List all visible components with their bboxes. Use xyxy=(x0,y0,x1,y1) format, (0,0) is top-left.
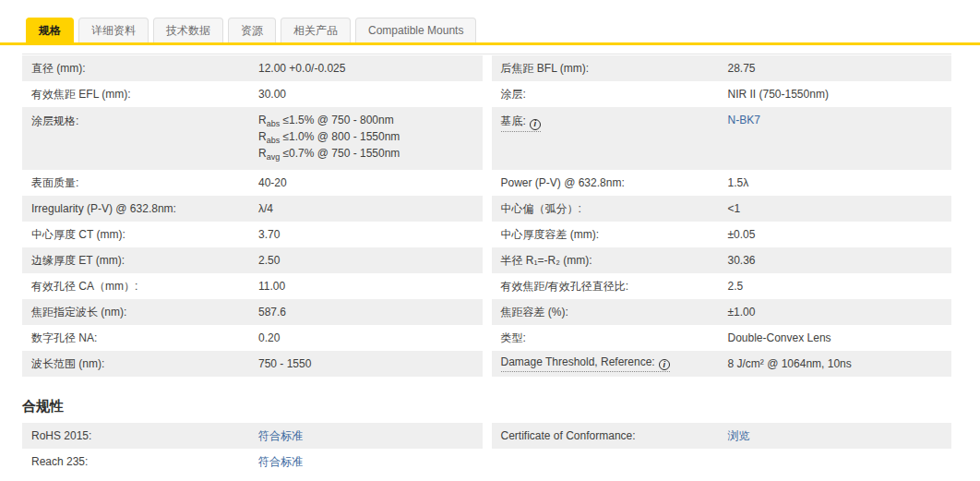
spec-label: 有效焦距 EFL (mm): xyxy=(22,87,258,102)
spec-label: 基底: xyxy=(492,114,728,132)
spec-cell-wavelength-range: 波长范围 (nm): 750 - 1550 xyxy=(22,351,483,377)
spec-label: 边缘厚度 ET (mm): xyxy=(22,253,258,269)
table-row: 焦距指定波长 (nm): 587.6 焦距容差 (%): ±1.00 xyxy=(22,299,951,325)
tab-related-products[interactable]: 相关产品 xyxy=(281,18,351,42)
substrate-link[interactable]: N-BK7 xyxy=(728,114,760,126)
spec-label: 后焦距 BFL (mm): xyxy=(492,61,728,77)
spec-value: 0.20 xyxy=(258,331,483,344)
spec-value: N-BK7 xyxy=(728,114,952,126)
damage-threshold-tooltip-label[interactable]: Damage Threshold, Reference: xyxy=(501,355,670,373)
spec-cell-damage-threshold: Damage Threshold, Reference: 8 J/cm² @ 1… xyxy=(492,351,952,377)
tab-resources[interactable]: 资源 xyxy=(228,18,276,42)
spec-label: Damage Threshold, Reference: xyxy=(492,355,728,373)
compliance-value: 符合标准 xyxy=(258,454,483,470)
spec-label: 焦距容差 (%): xyxy=(492,305,728,320)
spec-label: 中心偏（弧分）: xyxy=(492,201,728,217)
spec-cell-edge-thickness: 边缘厚度 ET (mm): 2.50 xyxy=(22,247,483,273)
spec-value: NIR II (750-1550nm) xyxy=(728,88,952,101)
spec-value: 28.75 xyxy=(728,62,952,75)
compliance-label: RoHS 2015: xyxy=(22,429,258,442)
table-row: 有效孔径 CA（mm）: 11.00 有效焦距/有效孔径直径比: 2.5 xyxy=(22,273,951,299)
spec-label: 直径 (mm): xyxy=(22,61,258,77)
compliance-value: 符合标准 xyxy=(258,428,483,444)
table-row: 有效焦距 EFL (mm): 30.00 涂层: NIR II (750-155… xyxy=(22,81,951,107)
spec-value: 2.5 xyxy=(728,280,952,293)
spec-cell-irregularity: Irregularity (P-V) @ 632.8nm: λ/4 xyxy=(22,196,483,222)
spec-value: λ/4 xyxy=(258,202,483,215)
spec-value: Double-Convex Lens xyxy=(728,331,952,344)
spec-label: 类型: xyxy=(492,331,728,346)
spec-cell-na: 数字孔径 NA: 0.20 xyxy=(22,325,483,351)
spec-value: Rabs ≤1.5% @ 750 - 800nm Rabs ≤1.0% @ 80… xyxy=(258,114,483,163)
spec-value: 30.36 xyxy=(728,254,952,267)
spec-value: 3.70 xyxy=(258,228,483,241)
compliance-heading: 合规性 xyxy=(22,398,980,415)
compliance-value: 浏览 xyxy=(728,428,952,444)
compliance-label: Certificate of Conformance: xyxy=(492,429,728,442)
reach-compliant-link[interactable]: 符合标准 xyxy=(258,455,303,468)
spec-value: <1 xyxy=(728,202,952,215)
spec-value: 587.6 xyxy=(258,306,483,319)
spec-value: ±1.00 xyxy=(728,306,952,319)
tab-bar: 规格 详细资料 技术数据 资源 相关产品 Compatible Mounts xyxy=(0,18,980,42)
certificate-view-link[interactable]: 浏览 xyxy=(728,429,750,442)
spec-label: 波长范围 (nm): xyxy=(22,356,258,372)
spec-cell-radius: 半径 R₁=-R₂ (mm): 30.36 xyxy=(492,247,952,273)
table-row: RoHS 2015: 符合标准 Certificate of Conforman… xyxy=(22,423,951,449)
spec-cell-coating-spec: 涂层规格: Rabs ≤1.5% @ 750 - 800nm Rabs ≤1.0… xyxy=(22,107,483,170)
spec-label: 焦距指定波长 (nm): xyxy=(22,305,258,320)
spec-value: 40-20 xyxy=(258,176,483,189)
tab-accent-line xyxy=(0,42,980,45)
spec-cell-clear-aperture: 有效孔径 CA（mm）: 11.00 xyxy=(22,273,483,299)
table-row: 直径 (mm): 12.00 +0.0/-0.025 后焦距 BFL (mm):… xyxy=(22,55,951,81)
table-row: 边缘厚度 ET (mm): 2.50 半径 R₁=-R₂ (mm): 30.36 xyxy=(22,247,951,273)
spec-label: Irregularity (P-V) @ 632.8nm: xyxy=(22,202,258,215)
tab-details[interactable]: 详细资料 xyxy=(78,18,149,42)
spec-cell-substrate: 基底: N-BK7 xyxy=(492,107,952,170)
spec-cell-efl: 有效焦距 EFL (mm): 30.00 xyxy=(22,81,483,107)
table-row: 表面质量: 40-20 Power (P-V) @ 632.8nm: 1.5λ xyxy=(22,170,951,196)
compliance-cell-reach: Reach 235: 符合标准 xyxy=(22,449,483,475)
spec-cell-center-thickness: 中心厚度 CT (mm): 3.70 xyxy=(22,222,483,247)
compliance-cell-certificate: Certificate of Conformance: 浏览 xyxy=(492,423,952,449)
spec-value: ±0.05 xyxy=(728,228,952,241)
rohs-compliant-link[interactable]: 符合标准 xyxy=(258,429,303,442)
table-row: Reach 235: 符合标准 xyxy=(22,449,951,475)
spec-cell-centering: 中心偏（弧分）: <1 xyxy=(492,196,952,222)
spec-label: 半径 R₁=-R₂ (mm): xyxy=(492,253,728,269)
spec-cell-power: Power (P-V) @ 632.8nm: 1.5λ xyxy=(492,170,952,196)
compliance-table: RoHS 2015: 符合标准 Certificate of Conforman… xyxy=(22,423,951,475)
spec-label: Power (P-V) @ 632.8nm: xyxy=(492,176,728,189)
spec-cell-design-wavelength: 焦距指定波长 (nm): 587.6 xyxy=(22,299,483,325)
table-row: 数字孔径 NA: 0.20 类型: Double-Convex Lens xyxy=(22,325,951,351)
spec-value: 11.00 xyxy=(258,280,483,293)
spec-cell-bfl: 后焦距 BFL (mm): 28.75 xyxy=(492,55,952,81)
spec-label: 有效焦距/有效孔径直径比: xyxy=(492,279,728,295)
table-row: 波长范围 (nm): 750 - 1550 Damage Threshold, … xyxy=(22,351,951,377)
substrate-tooltip-label[interactable]: 基底: xyxy=(501,114,541,132)
table-row: 涂层规格: Rabs ≤1.5% @ 750 - 800nm Rabs ≤1.0… xyxy=(22,107,951,170)
spec-label: 有效孔径 CA（mm）: xyxy=(22,279,258,295)
table-row: Irregularity (P-V) @ 632.8nm: λ/4 中心偏（弧分… xyxy=(22,196,951,222)
spec-cell-fnumber: 有效焦距/有效孔径直径比: 2.5 xyxy=(492,273,952,299)
spec-cell-diameter: 直径 (mm): 12.00 +0.0/-0.025 xyxy=(22,55,483,81)
compliance-cell-rohs: RoHS 2015: 符合标准 xyxy=(22,423,483,449)
spec-cell-type: 类型: Double-Convex Lens xyxy=(492,325,952,351)
spec-label: 数字孔径 NA: xyxy=(22,331,258,346)
spec-value: 12.00 +0.0/-0.025 xyxy=(258,62,483,75)
tab-compatible-mounts[interactable]: Compatible Mounts xyxy=(355,18,476,42)
spec-label: 涂层: xyxy=(492,87,728,102)
spec-value: 2.50 xyxy=(258,254,483,267)
tab-technical-data[interactable]: 技术数据 xyxy=(153,18,223,42)
spec-value: 30.00 xyxy=(258,88,483,101)
info-icon[interactable] xyxy=(659,359,670,370)
spec-table: 直径 (mm): 12.00 +0.0/-0.025 后焦距 BFL (mm):… xyxy=(22,54,951,377)
spec-cell-ct-tolerance: 中心厚度容差 (mm): ±0.05 xyxy=(492,222,952,247)
tab-specifications[interactable]: 规格 xyxy=(26,18,74,42)
spec-value: 1.5λ xyxy=(728,176,952,189)
spec-label: 涂层规格: xyxy=(22,114,258,129)
info-icon[interactable] xyxy=(530,119,541,130)
compliance-cell-empty xyxy=(492,449,952,475)
spec-label: 中心厚度 CT (mm): xyxy=(22,227,258,243)
coating-spec-line: Rabs ≤1.5% @ 750 - 800nm xyxy=(258,114,475,130)
